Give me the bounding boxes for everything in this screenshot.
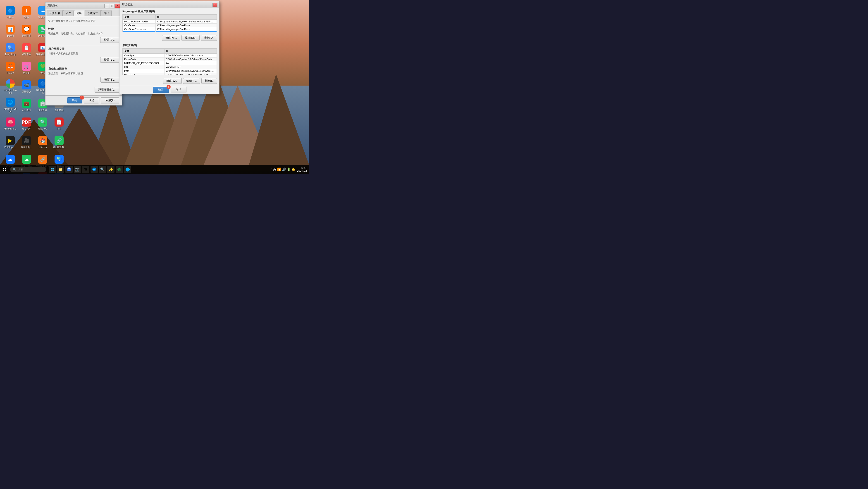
env-vars-btn[interactable]: 环境变量(N)... bbox=[95, 87, 119, 93]
env-cancel-btn[interactable]: 取消 bbox=[170, 87, 186, 93]
startup-title: 启动和故障恢复 bbox=[48, 67, 119, 71]
tab-remote[interactable]: 远程 bbox=[101, 10, 112, 16]
tab-system-protection[interactable]: 系统保护 bbox=[85, 10, 101, 16]
taskbar-icon-search[interactable]: 🔍 bbox=[99, 166, 106, 173]
tray-ime-icon[interactable]: 英 bbox=[273, 167, 276, 172]
taskbar: 🔍 📁 📷 🛍 bbox=[0, 165, 309, 174]
performance-settings-btn[interactable]: 设置(S)... bbox=[100, 37, 119, 43]
icon-typist[interactable]: T Typist bbox=[19, 3, 34, 22]
sysprop-maximize[interactable]: □ bbox=[110, 4, 115, 8]
sysprop-close[interactable]: ✕ bbox=[115, 4, 120, 8]
search-input[interactable] bbox=[18, 168, 45, 171]
taskbar-icon-chrome[interactable] bbox=[65, 166, 73, 173]
icon-potplayer[interactable]: ▶ PotPlayer... bbox=[2, 133, 18, 151]
env-ok-btn[interactable]: 确定 bbox=[153, 87, 169, 93]
icon-pdf-reader[interactable]: 📄 PDF bbox=[51, 115, 67, 133]
user-profile-settings-btn[interactable]: 设置(E)... bbox=[100, 57, 119, 63]
sys-var-value: C:\Program Files (x86)\VMware\VMware Wor… bbox=[164, 69, 217, 73]
tray-wifi-icon[interactable]: 📶 bbox=[277, 167, 281, 171]
user-var-name: OneDriveConsumer bbox=[123, 27, 156, 31]
taskbar-icon-mail[interactable]: 📷 bbox=[74, 166, 81, 173]
tray-volume-icon[interactable]: 🔊 bbox=[282, 167, 286, 171]
sys-var-row[interactable]: NUMBER_OF_PROCESSORS24 bbox=[123, 61, 217, 65]
user-var-row[interactable]: PathC:\Users\liuguangle\AppData\Local\Mi… bbox=[123, 31, 217, 33]
icon-screen-rec[interactable]: 🎥 屏幕录制... bbox=[19, 133, 34, 151]
user-vars-label: liuguanglei 的用户变量(U) bbox=[122, 9, 217, 13]
ok-badge: 2 bbox=[80, 95, 84, 100]
user-var-row[interactable]: OneDriveC:\Users\liuguangle\OneDrive bbox=[123, 24, 217, 27]
env-titlebar[interactable]: 环境变量 ✕ bbox=[120, 1, 219, 8]
sysprop-cancel-btn[interactable]: 取消 bbox=[84, 97, 99, 103]
icon-widget[interactable]: 🔷 小组件 bbox=[2, 3, 18, 22]
icon-firefox[interactable]: 🦊 Firefox bbox=[2, 59, 18, 77]
user-new-btn[interactable]: 新建(N)... bbox=[162, 35, 180, 41]
tab-advanced[interactable]: 高级 bbox=[74, 10, 84, 16]
user-profile-section: 用户配置文件 与登录帐户相关的桌面设置 设置(E)... bbox=[48, 47, 119, 63]
user-edit-btn[interactable]: 编辑(E)... bbox=[182, 35, 199, 41]
user-vars-section: liuguanglei 的用户变量(U) 变量 值 MOZ_PLUGIN_PAT… bbox=[120, 8, 219, 34]
sys-var-value: C:\Windows\System32\Drivers\DriverData bbox=[164, 58, 217, 61]
taskbar-icon-edge[interactable] bbox=[91, 166, 98, 173]
icon-sousou[interactable]: 🔍 嗖嗖.exe bbox=[35, 115, 51, 133]
svg-rect-11 bbox=[5, 170, 6, 171]
sys-var-value: .COM;.EXE;.BAT;.CMD;.VBS;.VBE;.JS;.JSE;.… bbox=[164, 73, 217, 75]
icon-mindmana[interactable]: 🧠 MindMana... bbox=[2, 115, 18, 133]
sysprop-minimize[interactable]: _ bbox=[104, 4, 109, 8]
env-ok-wrapper: 确定 1 bbox=[153, 87, 169, 93]
sys-new-btn[interactable]: 新建(W)... bbox=[163, 78, 182, 84]
sys-vars-list[interactable]: 变量 值 ComSpecC:\WINDOWS\system32\cmd.exeD… bbox=[122, 48, 217, 75]
env-close[interactable]: ✕ bbox=[213, 3, 217, 7]
sysprop-apply-btn[interactable]: 应用(A) bbox=[101, 97, 119, 103]
taskbar-icon-windows[interactable] bbox=[49, 166, 56, 173]
sys-var-row[interactable]: PathC:\Program Files (x86)\VMware\VMware… bbox=[123, 69, 217, 73]
icon-url-reset[interactable]: 🔗 网址重置期... bbox=[51, 133, 67, 151]
icon-aliwangwang[interactable]: 💬 阿里旺旺 bbox=[19, 22, 34, 40]
startup-settings-btn[interactable]: 设置(T)... bbox=[100, 77, 119, 83]
icon-review[interactable]: 📋 功评审核 bbox=[19, 40, 34, 59]
sys-var-col-header: 变量 bbox=[123, 49, 164, 54]
performance-desc: 视觉效果、处理器计划、内存使用，以及虚拟内存 bbox=[48, 32, 119, 35]
sys-var-row[interactable]: PATHEXT.COM;.EXE;.BAT;.CMD;.VBS;.VBE;.JS… bbox=[123, 73, 217, 75]
user-vars-list[interactable]: 变量 值 MOZ_PLUGIN_PATHC:\Program Files (x8… bbox=[122, 14, 217, 32]
tray-expand-icon[interactable]: ⌃ bbox=[270, 168, 272, 171]
sys-var-row[interactable]: ComSpecC:\WINDOWS\system32\cmd.exe bbox=[123, 54, 217, 58]
taskbar-icon-copilot[interactable]: ✨ bbox=[107, 166, 115, 173]
user-delete-btn[interactable]: 删除(D) bbox=[201, 35, 217, 41]
sys-edit-btn[interactable]: 编辑(I)... bbox=[183, 78, 200, 84]
sysprop-controls: _ □ ✕ bbox=[104, 4, 120, 8]
icon-pinduoduo[interactable]: 🛒 拼多多 bbox=[19, 59, 34, 77]
sys-var-row[interactable]: OSWindows_NT bbox=[123, 65, 217, 69]
taskbar-icon-store[interactable]: 🛍 bbox=[82, 166, 89, 173]
user-var-row[interactable]: MOZ_PLUGIN_PATHC:\Program Files (x86)\Fo… bbox=[123, 20, 217, 24]
taskbar-tray: ⌃ 英 📶 🔊 🔋 🔔 12:51 2024/1/2 bbox=[270, 166, 309, 172]
tray-notification-icon[interactable]: 🔔 bbox=[291, 167, 295, 171]
sys-var-name: PATHEXT bbox=[123, 73, 164, 75]
user-vars-table: 变量 值 MOZ_PLUGIN_PATHC:\Program Files (x8… bbox=[123, 14, 217, 32]
icon-tencent-meeting[interactable]: 📹 腾讯会议 bbox=[19, 78, 34, 96]
sys-var-name: ComSpec bbox=[123, 54, 164, 58]
tray-battery-icon[interactable]: 🔋 bbox=[287, 167, 290, 171]
user-var-row[interactable]: OneDriveConsumerC:\Users\liuguangle\OneD… bbox=[123, 27, 217, 31]
icon-corpwechat[interactable]: 💼 企业微信 bbox=[19, 96, 34, 114]
sysprop-tabs: 计算机名 硬件 高级 系统保护 远程 bbox=[45, 9, 122, 16]
icon-ulibrary[interactable]: 📚 uLibrary bbox=[35, 133, 51, 151]
sys-var-value: 24 bbox=[164, 61, 217, 65]
sysprop-titlebar[interactable]: 系统属性 _ □ ✕ bbox=[45, 2, 122, 9]
taskbar-icon-app[interactable]: 🌐 bbox=[124, 166, 131, 173]
taskbar-icon-youdao[interactable]: 有 bbox=[116, 166, 123, 173]
icon-everything[interactable]: 🔍 Everything bbox=[2, 40, 18, 59]
tab-computer-name[interactable]: 计算机名 bbox=[47, 10, 63, 16]
icon-edge[interactable]: 🌐 Microsoft Edge bbox=[2, 96, 18, 114]
taskbar-search-box[interactable]: 🔍 bbox=[10, 167, 46, 172]
start-button[interactable] bbox=[0, 165, 9, 174]
sys-var-name: OS bbox=[123, 65, 164, 69]
icon-drawio[interactable]: 📊 draw.io bbox=[2, 22, 18, 40]
clock[interactable]: 12:51 2024/1/2 bbox=[297, 166, 307, 172]
clock-date: 2024/1/2 bbox=[297, 169, 307, 172]
icon-chrome[interactable]: Google Chrome bbox=[2, 78, 18, 96]
sys-delete-btn[interactable]: 删除(L) bbox=[202, 78, 217, 84]
taskbar-icon-explorer[interactable]: 📁 bbox=[57, 166, 64, 173]
tab-hardware[interactable]: 硬件 bbox=[63, 10, 73, 16]
sys-var-row[interactable]: DriverDataC:\Windows\System32\Drivers\Dr… bbox=[123, 58, 217, 61]
icon-pdf[interactable]: PDF 嗖嗖PDF bbox=[19, 115, 34, 133]
